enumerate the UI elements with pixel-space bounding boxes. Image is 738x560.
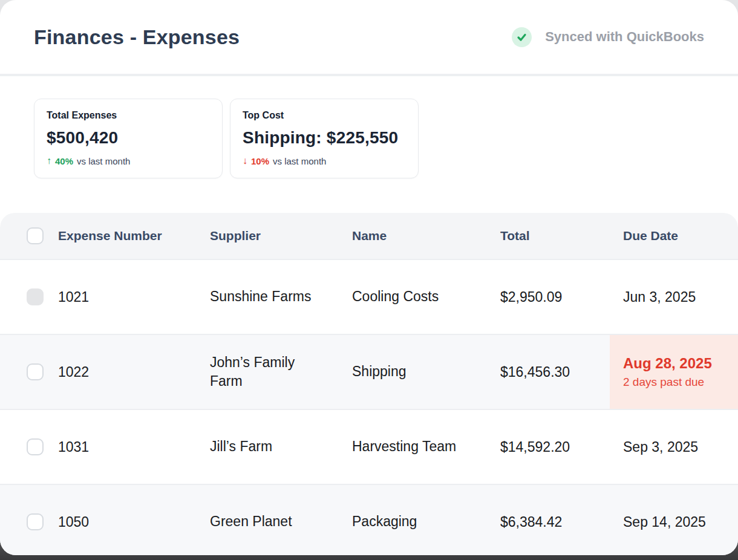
row-checkbox-cell: [0, 485, 58, 555]
supplier-cell: Jill’s Farm: [210, 410, 352, 484]
supplier-text: Sunshine Farms: [210, 287, 311, 306]
expense-number-cell: 1022: [58, 335, 210, 409]
column-header-expense-number: Expense Number: [58, 213, 210, 259]
row-checkbox[interactable]: [27, 363, 44, 380]
header-cell-checkbox: [0, 213, 58, 259]
row-checkbox[interactable]: [27, 438, 44, 455]
name-cell: Cooling Costs: [352, 260, 500, 334]
name-text: Shipping: [352, 362, 407, 381]
name-text: Packaging: [352, 512, 417, 531]
total-cell: $16,456.30: [500, 335, 610, 409]
supplier-cell: Green Planet: [210, 485, 352, 555]
column-header-name: Name: [352, 213, 500, 259]
expenses-table: Expense Number Supplier Name Total Due D…: [0, 213, 738, 555]
name-text: Harvesting Team: [352, 437, 456, 456]
top-bar: Finances - Expenses Synced with QuickBoo…: [0, 0, 738, 76]
due-date-cell: Sep 3, 2025: [610, 410, 738, 484]
row-checkbox-cell: [0, 335, 58, 409]
stat-value: $500,420: [47, 128, 210, 148]
due-date-cell: Sep 14, 2025: [610, 485, 738, 555]
expense-number-cell: 1050: [58, 485, 210, 555]
overdue-note-text: 2 days past due: [623, 376, 704, 389]
stat-delta: ↑ 40% vs last month: [47, 155, 210, 166]
delta-suffix: vs last month: [273, 156, 326, 166]
row-checkbox[interactable]: [27, 513, 44, 530]
stat-card-top-cost: Top Cost Shipping: $225,550 ↓ 10% vs las…: [230, 99, 419, 178]
name-cell: Packaging: [352, 485, 500, 555]
name-cell: Shipping: [352, 335, 500, 409]
total-cell: $6,384.42: [500, 485, 610, 555]
due-date-cell-overdue: Aug 28, 2025 2 days past due: [610, 335, 738, 409]
delta-percent: 40%: [55, 156, 73, 166]
check-circle-icon: [512, 27, 532, 47]
stat-delta: ↓ 10% vs last month: [243, 155, 406, 166]
name-text: Cooling Costs: [352, 287, 439, 306]
table-row[interactable]: 1050 Green Planet Packaging $6,384.42 Se…: [0, 484, 738, 555]
stat-label: Total Expenses: [47, 110, 210, 121]
stat-card-total-expenses: Total Expenses $500,420 ↑ 40% vs last mo…: [34, 99, 223, 178]
due-date-cell: Jun 3, 2025: [610, 260, 738, 334]
stat-label: Top Cost: [243, 110, 406, 121]
total-cell: $2,950.09: [500, 260, 610, 334]
supplier-cell: John’s Family Farm: [210, 335, 352, 409]
expense-number-cell: 1021: [58, 260, 210, 334]
expense-number-cell: 1031: [58, 410, 210, 484]
page-title: Finances - Expenses: [34, 25, 240, 49]
stat-value: Shipping: $225,550: [243, 128, 406, 148]
table-row[interactable]: 1031 Jill’s Farm Harvesting Team $14,592…: [0, 409, 738, 484]
delta-percent: 10%: [251, 156, 269, 166]
select-all-checkbox[interactable]: [27, 227, 44, 244]
table-row[interactable]: 1022 John’s Family Farm Shipping $16,456…: [0, 334, 738, 409]
arrow-up-icon: ↑: [47, 155, 51, 166]
column-header-supplier: Supplier: [210, 213, 352, 259]
app-window: Finances - Expenses Synced with QuickBoo…: [0, 0, 738, 555]
sync-status-label: Synced with QuickBooks: [545, 29, 704, 45]
supplier-cell: Sunshine Farms: [210, 260, 352, 334]
delta-suffix: vs last month: [77, 156, 130, 166]
row-checkbox-cell: [0, 260, 58, 334]
column-header-total: Total: [500, 213, 610, 259]
supplier-text: John’s Family Farm: [210, 353, 318, 391]
sync-status: Synced with QuickBooks: [512, 27, 704, 47]
name-cell: Harvesting Team: [352, 410, 500, 484]
total-cell: $14,592.20: [500, 410, 610, 484]
row-checkbox-cell: [0, 410, 58, 484]
column-header-due-date: Due Date: [610, 213, 738, 259]
table-header-row: Expense Number Supplier Name Total Due D…: [0, 213, 738, 259]
supplier-text: Jill’s Farm: [210, 437, 272, 456]
overdue-date-text: Aug 28, 2025: [623, 355, 712, 372]
row-checkbox[interactable]: [27, 288, 44, 305]
stat-cards: Total Expenses $500,420 ↑ 40% vs last mo…: [0, 76, 738, 178]
table-row[interactable]: 1021 Sunshine Farms Cooling Costs $2,950…: [0, 259, 738, 334]
arrow-down-icon: ↓: [243, 155, 247, 166]
supplier-text: Green Planet: [210, 512, 292, 531]
